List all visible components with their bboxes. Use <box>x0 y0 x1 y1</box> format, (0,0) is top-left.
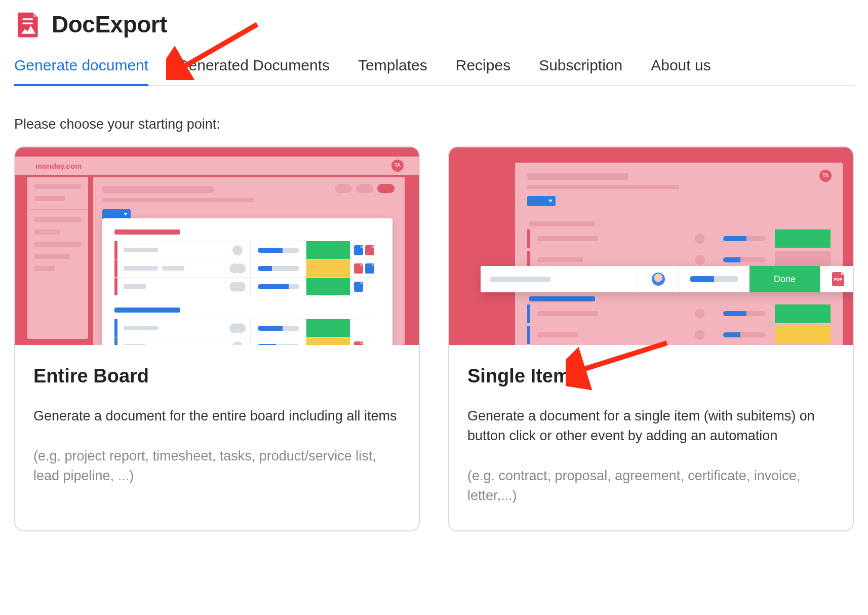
illus-board-panel <box>102 218 392 345</box>
starting-point-cards: monday.com TA <box>14 146 854 531</box>
main-tabs: Generate document Generated Documents Te… <box>14 48 854 86</box>
entire-board-title: Entire Board <box>33 365 401 387</box>
instruction-text: Please choose your starting point: <box>14 117 854 132</box>
docexport-logo-icon <box>14 10 43 39</box>
entire-board-illustration: monday.com TA <box>15 147 419 345</box>
card-single-item[interactable]: TA <box>448 146 854 531</box>
illus-user-badge: TA <box>391 160 404 172</box>
tab-templates[interactable]: Templates <box>358 48 427 85</box>
single-item-desc: Generate a document for a single item (w… <box>467 406 835 446</box>
illus2-board: TA <box>515 163 843 345</box>
app-header: DocExport <box>14 5 854 48</box>
single-item-title: Single Item <box>467 365 835 387</box>
tab-recipes[interactable]: Recipes <box>456 48 510 85</box>
avatar-icon <box>651 272 666 287</box>
entire-board-examples: (e.g. project report, timesheet, tasks, … <box>33 446 401 486</box>
illus-single-item-row: Done PDF <box>481 266 853 292</box>
brand-title: DocExport <box>52 11 167 38</box>
status-done-label: Done <box>749 266 820 292</box>
card-entire-board[interactable]: monday.com TA <box>14 146 420 531</box>
tab-generated-documents[interactable]: Generated Documents <box>177 48 330 85</box>
single-item-examples: (e.g. contract, proposal, agreement, cer… <box>467 466 835 506</box>
single-item-illustration: TA <box>449 147 853 345</box>
svg-rect-1 <box>22 23 33 25</box>
illus2-user-badge: TA <box>819 170 832 182</box>
svg-rect-0 <box>22 18 33 20</box>
tab-about-us[interactable]: About us <box>651 48 711 85</box>
illus-topbar-brand: monday.com <box>35 162 82 170</box>
entire-board-desc: Generate a document for the entire board… <box>33 406 401 426</box>
tab-generate-document[interactable]: Generate document <box>14 48 148 85</box>
illus-sidebar <box>27 177 88 339</box>
tab-subscription[interactable]: Subscription <box>539 48 622 85</box>
pdf-file-icon: PDF <box>832 272 844 286</box>
